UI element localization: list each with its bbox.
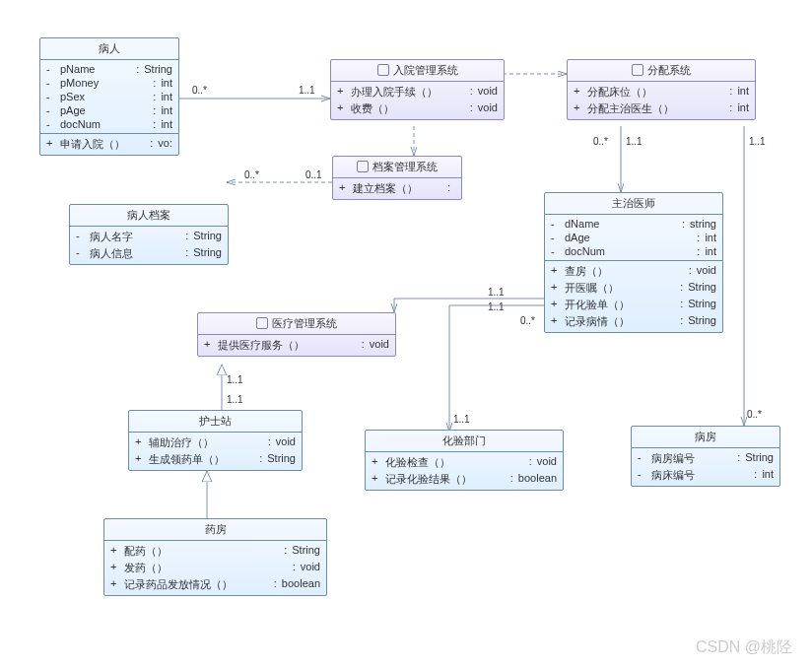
multiplicity-label: 1..1 xyxy=(299,85,315,96)
class-lab-dept: 化验部门 +化验检查（）:void +记录化验结果（）:boolean xyxy=(365,430,564,491)
class-ward: 病房 -病房编号:String -病床编号:int xyxy=(631,426,780,487)
multiplicity-label: 0..1 xyxy=(305,169,322,180)
multiplicity-label: 1..1 xyxy=(227,374,243,385)
class-doctor: 主治医师 -dName:string -dAge:int -docNum:int… xyxy=(544,192,723,333)
component-icon xyxy=(256,317,268,329)
watermark: CSDN @桃陉 xyxy=(696,637,792,658)
multiplicity-label: 0..* xyxy=(192,85,207,96)
multiplicity-label: 0..* xyxy=(747,409,762,420)
component-icon xyxy=(357,161,369,172)
class-medical-system: 医疗管理系统 +提供医疗服务（）:void xyxy=(197,312,396,357)
class-pharmacy: 药房 +配药（）:String +发药（）:void +记录药品发放情况（）:b… xyxy=(103,518,327,596)
class-admission-system: 入院管理系统 +办理入院手续（）:void +收费（）:void xyxy=(330,59,505,120)
multiplicity-label: 1..1 xyxy=(453,414,470,425)
component-icon xyxy=(377,64,389,76)
class-nurse-station: 护士站 +辅助治疗（）:void +生成领药单（）:String xyxy=(128,410,303,471)
multiplicity-label: 1..1 xyxy=(227,394,243,405)
attrs-section: -pName:String -pMoney:int -pSex:int -pAg… xyxy=(40,60,178,134)
multiplicity-label: 0..* xyxy=(244,169,259,180)
methods-section: +申请入院（）:vo: xyxy=(40,134,178,155)
component-icon xyxy=(632,64,643,76)
multiplicity-label: 1..1 xyxy=(488,287,505,298)
class-patient-archive: 病人档案 -病人名字:String -病人信息:String xyxy=(69,204,229,265)
multiplicity-label: 0..* xyxy=(520,315,535,326)
class-archive-system: 档案管理系统 +建立档案（）: xyxy=(332,156,462,200)
multiplicity-label: 0..* xyxy=(593,136,608,147)
multiplicity-label: 1..1 xyxy=(626,136,643,147)
class-allocation-system: 分配系统 +分配床位（）:int +分配主治医生（）:int xyxy=(567,59,756,120)
class-patient: 病人 -pName:String -pMoney:int -pSex:int -… xyxy=(39,37,179,156)
multiplicity-label: 1..1 xyxy=(488,301,505,312)
class-title: 病人 xyxy=(40,38,178,60)
multiplicity-label: 1..1 xyxy=(749,136,766,147)
